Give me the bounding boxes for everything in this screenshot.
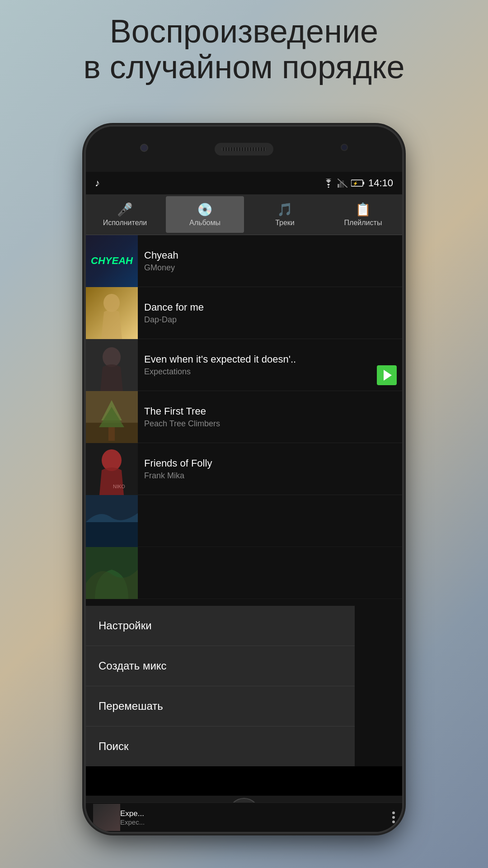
- svg-rect-19: [86, 522, 138, 547]
- album-artist-even: Expectations: [144, 367, 390, 377]
- tab-playlists-label: Плейлисты: [344, 219, 382, 227]
- context-menu-create-mix[interactable]: Создать микс: [86, 646, 355, 686]
- album-art-bottom1: [86, 495, 138, 547]
- bottom2-art-svg: [86, 547, 138, 599]
- speaker-grille: [215, 143, 273, 156]
- music-note-icon: ♪: [95, 177, 100, 189]
- bottom1-art-svg: [86, 495, 138, 547]
- album-item-dance[interactable]: Dance for me Dap-Dap: [86, 287, 402, 339]
- dance-art-svg: [86, 287, 138, 339]
- album-artist-friends: Frank Mika: [144, 471, 390, 481]
- tracks-icon: 🎵: [277, 202, 293, 217]
- album-info-friends: Friends of Folly Frank Mika: [138, 458, 397, 481]
- tab-tracks-label: Треки: [275, 219, 295, 227]
- svg-rect-2: [340, 182, 342, 188]
- svg-point-11: [103, 347, 121, 367]
- phone-screen: ♪: [86, 172, 402, 796]
- status-bar: ♪: [86, 172, 402, 194]
- phone-frame: ♪: [86, 127, 402, 832]
- album-item-friends[interactable]: NIKO Friends of Folly Frank Mika: [86, 443, 402, 495]
- tab-bar: 🎤 Исполнители 💿 Альбомы 🎵 Треки 📋 Плейли…: [86, 194, 402, 235]
- status-left: ♪: [95, 177, 100, 189]
- signal-icon: [338, 179, 347, 188]
- album-art-firsttree: [86, 391, 138, 443]
- artists-icon: 🎤: [117, 202, 133, 217]
- context-menu-settings[interactable]: Настройки: [86, 606, 355, 646]
- phone-top-hardware: [86, 127, 402, 172]
- even-art-svg: [86, 339, 138, 391]
- album-title-dance: Dance for me: [144, 302, 390, 313]
- title-area: Воспроизведение в случайном порядке: [0, 14, 488, 85]
- album-art-bottom2: [86, 547, 138, 599]
- album-art-even: [86, 339, 138, 391]
- album-title-even: Even when it's expected it doesn'..: [144, 354, 390, 365]
- context-menu-search[interactable]: Поиск: [86, 726, 355, 766]
- album-info-chyeah: Chyeah GMoney: [138, 250, 397, 273]
- album-item-bottom2[interactable]: [86, 547, 402, 599]
- front-camera: [140, 144, 148, 152]
- context-menu-shuffle[interactable]: Перемешать: [86, 686, 355, 726]
- album-list: CHYEAH Chyeah GMoney: [86, 235, 402, 766]
- tab-artists[interactable]: 🎤 Исполнители: [86, 194, 164, 235]
- play-button[interactable]: [377, 365, 397, 385]
- front-sensor: [341, 144, 348, 151]
- status-time: 14:10: [368, 177, 393, 189]
- svg-rect-6: [363, 182, 364, 184]
- wifi-icon: [323, 179, 334, 188]
- album-art-dance: [86, 287, 138, 339]
- playlists-icon: 📋: [355, 202, 371, 217]
- svg-rect-1: [338, 184, 339, 188]
- album-item-firsttree[interactable]: The First Tree Peach Tree Climbers: [86, 391, 402, 443]
- tab-albums-label: Альбомы: [189, 219, 221, 227]
- tab-tracks[interactable]: 🎵 Треки: [246, 194, 324, 235]
- svg-point-0: [328, 187, 329, 188]
- album-info-even: Even when it's expected it doesn'.. Expe…: [138, 354, 397, 377]
- album-info-dance: Dance for me Dap-Dap: [138, 302, 397, 325]
- svg-rect-14: [108, 427, 115, 441]
- albums-icon: 💿: [197, 202, 213, 217]
- tab-artists-label: Исполнители: [103, 219, 147, 227]
- album-art-friends: NIKO: [86, 443, 138, 495]
- album-artist-firsttree: Peach Tree Climbers: [144, 419, 390, 429]
- svg-point-9: [103, 294, 120, 312]
- album-title-friends: Friends of Folly: [144, 458, 390, 469]
- play-arrow-icon: [384, 370, 392, 381]
- title-line1: Воспроизведение: [0, 14, 488, 49]
- album-art-chyeah: CHYEAH: [86, 235, 138, 287]
- svg-text:NIKO: NIKO: [113, 484, 125, 489]
- friends-art-svg: NIKO: [86, 443, 138, 495]
- context-menu: Настройки Создать микс Перемешать Поиск: [86, 606, 355, 766]
- album-artist-chyeah: GMoney: [144, 263, 390, 273]
- status-right: ⚡ 14:10: [323, 177, 393, 189]
- tab-playlists[interactable]: 📋 Плейлисты: [324, 194, 402, 235]
- tab-albums[interactable]: 💿 Альбомы: [166, 196, 244, 233]
- firsttree-art-svg: [86, 391, 138, 443]
- album-title-chyeah: Chyeah: [144, 250, 390, 261]
- album-item-chyeah[interactable]: CHYEAH Chyeah GMoney: [86, 235, 402, 287]
- album-title-firsttree: The First Tree: [144, 406, 390, 417]
- album-artist-dance: Dap-Dap: [144, 315, 390, 325]
- album-item-bottom1[interactable]: [86, 495, 402, 547]
- title-line2: в случайном порядке: [0, 49, 488, 85]
- svg-text:⚡: ⚡: [353, 181, 358, 186]
- album-item-even[interactable]: Even when it's expected it doesn'.. Expe…: [86, 339, 402, 391]
- battery-icon: ⚡: [351, 179, 365, 187]
- album-info-firsttree: The First Tree Peach Tree Climbers: [138, 406, 397, 429]
